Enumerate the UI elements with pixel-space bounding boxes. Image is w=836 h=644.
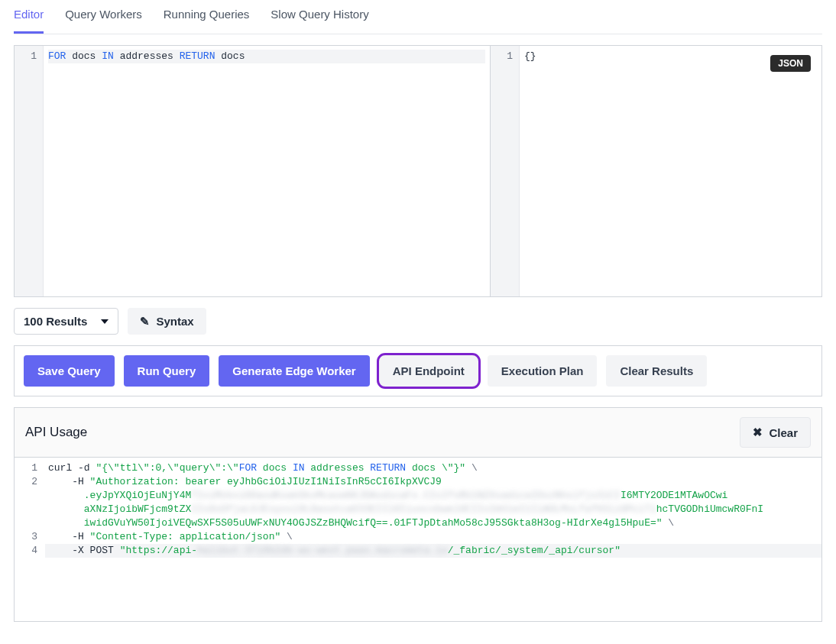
json-params-pane: 1 {} JSON <box>491 46 821 296</box>
code-str: "{\"ttl\":0,\"query\":\" <box>96 462 238 474</box>
code-str: "Content-Type: application/json" <box>90 531 281 542</box>
line-number: 3 <box>15 530 37 544</box>
actions-panel: Save Query Run Query Generate Edge Worke… <box>14 345 822 396</box>
code-text: -H <box>48 476 90 487</box>
json-gutter: 1 <box>491 46 520 296</box>
editor-panes: 1 FOR docs IN addresses RETURN docs 1 {}… <box>14 45 822 297</box>
code-str: "https://api- <box>120 545 197 556</box>
clear-label: Clear <box>769 426 798 439</box>
tab-slow-query-history[interactable]: Slow Query History <box>271 0 368 34</box>
clear-api-usage-button[interactable]: ✖ Clear <box>740 417 811 448</box>
query-editor-gutter: 1 <box>15 46 44 296</box>
line-number: 1 <box>15 461 37 475</box>
run-query-button[interactable]: Run Query <box>124 355 210 387</box>
api-usage-code-wrap: 1 2 3 4 curl -d "{\"ttl\":0,\"query\":\"… <box>15 457 821 621</box>
line-number: 1 <box>491 50 513 63</box>
wand-icon: ✎ <box>140 315 150 328</box>
line-number: 2 <box>15 475 37 489</box>
token-kw: RETURN <box>180 50 215 62</box>
code-text: \ <box>280 531 293 542</box>
code-text: \ <box>465 462 478 474</box>
token-text: docs <box>66 50 102 62</box>
token-text: addresses <box>114 50 180 62</box>
token-kw: FOR <box>48 50 66 62</box>
api-usage-code[interactable]: curl -d "{\"ttl\":0,\"query\":\"FOR docs… <box>45 458 821 621</box>
tab-query-workers[interactable]: Query Workers <box>65 0 142 34</box>
line-number: 4 <box>15 544 37 558</box>
redacted-text: TIxiMzkxiOOasdKsakOksMcaseKKJDAsdicaFx.C… <box>191 490 621 501</box>
chevron-down-icon <box>101 319 109 324</box>
redacted-text: IIs8sOfjaLOJEsyxsl9L0asotcaO33EIIl0Iiusc… <box>191 503 656 515</box>
redacted-text: halibut-37l8b2db-wu-west.paas.macrometa.… <box>197 545 448 556</box>
api-usage-header: API Usage ✖ Clear <box>15 408 821 457</box>
code-str: .eyJpYXQiOjEuNjY4M <box>48 490 191 501</box>
token-kw: IN <box>102 50 114 62</box>
code-str: docs <box>406 462 442 474</box>
code-str: hcTVGODhiUmcwR0FnI <box>656 503 763 515</box>
json-badge[interactable]: JSON <box>770 55 811 72</box>
code-str: /_fabric/_system/_api/cursor" <box>448 545 621 556</box>
code-text: \ <box>663 517 675 529</box>
query-editor-code[interactable]: FOR docs IN addresses RETURN docs <box>44 46 490 296</box>
tab-running-queries[interactable]: Running Queries <box>164 0 250 34</box>
results-select-label: 100 Results <box>24 315 87 328</box>
syntax-label: Syntax <box>156 315 193 328</box>
code-text: -X POST <box>48 545 120 556</box>
code-kw: RETURN <box>370 462 406 474</box>
close-icon: ✖ <box>753 426 763 439</box>
code-text: -H <box>48 531 90 542</box>
code-text: curl -d <box>48 462 96 474</box>
code-str: I6MTY2ODE1MTAwOCwi <box>621 490 727 501</box>
json-code[interactable]: {} <box>520 46 821 296</box>
generate-edge-worker-button[interactable]: Generate Edge Worker <box>219 355 369 387</box>
code-str: aXNzIjoibWFjcm9tZX <box>48 503 191 515</box>
save-query-button[interactable]: Save Query <box>24 355 115 387</box>
tab-editor[interactable]: Editor <box>14 0 44 34</box>
syntax-button[interactable]: ✎ Syntax <box>128 308 206 335</box>
token-text: docs <box>215 50 245 62</box>
execution-plan-button[interactable]: Execution Plan <box>488 355 598 387</box>
code-str: addresses <box>304 462 370 474</box>
code-str: \"}" <box>442 462 465 474</box>
clear-results-button[interactable]: Clear Results <box>606 355 707 387</box>
api-endpoint-button[interactable]: API Endpoint <box>379 355 478 387</box>
results-select[interactable]: 100 Results <box>14 308 118 335</box>
code-kw: IN <box>293 462 305 474</box>
code-str: docs <box>257 462 293 474</box>
editor-controls: 100 Results ✎ Syntax <box>14 308 822 335</box>
code-str: "Authorization: bearer eyJhbGciOiJIUzI1N… <box>90 476 442 487</box>
api-usage-panel: API Usage ✖ Clear 1 2 3 4 curl -d "{\"tt… <box>14 407 822 622</box>
top-tabs: Editor Query Workers Running Queries Slo… <box>14 0 822 34</box>
api-usage-title: API Usage <box>25 425 87 440</box>
code-str: iwidGVuYW50IjoiVEQwSXF5S05uUWFxNUY4OGJSZ… <box>48 517 663 529</box>
code-kw: FOR <box>239 462 257 474</box>
query-editor-pane: 1 FOR docs IN addresses RETURN docs <box>15 46 491 296</box>
line-number: 1 <box>15 50 37 63</box>
api-usage-gutter: 1 2 3 4 <box>15 458 45 621</box>
json-body: {} <box>524 50 536 62</box>
